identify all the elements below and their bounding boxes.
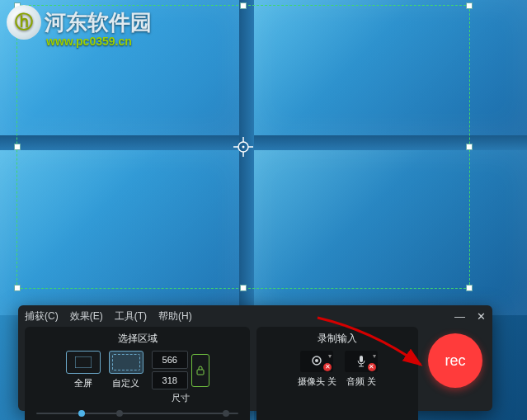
desktop-background: ⓗ 河东软件园 www.pc0359.cn 捕获(C) 效果(E) 工具(T) … — [0, 0, 527, 420]
resize-handle-s[interactable] — [240, 285, 247, 291]
size-slider[interactable] — [31, 408, 243, 419]
custom-region-icon — [112, 354, 140, 370]
disabled-badge-icon: ✕ — [368, 363, 376, 371]
height-input[interactable] — [152, 371, 188, 389]
resize-handle-se[interactable] — [466, 285, 473, 291]
svg-point-5 — [242, 146, 245, 149]
capture-selection-rectangle[interactable] — [16, 5, 470, 289]
microphone-icon — [355, 355, 367, 368]
disabled-badge-icon: ✕ — [323, 363, 332, 371]
site-logo-icon: ⓗ — [7, 5, 41, 40]
svg-point-0 — [238, 142, 248, 152]
resize-handle-sw[interactable] — [14, 285, 21, 291]
svg-rect-7 — [197, 370, 204, 375]
watermark-logo: ⓗ 河东软件园 — [7, 5, 152, 40]
width-input[interactable] — [152, 351, 188, 369]
svg-point-9 — [315, 359, 318, 362]
minimize-button[interactable]: — — [454, 310, 465, 323]
record-label: rec — [445, 352, 466, 370]
fullscreen-label: 全屏 — [74, 377, 92, 389]
chevron-down-icon[interactable]: ▾ — [373, 352, 376, 360]
audio-toggle[interactable]: ▾ ✕ 音频 关 — [345, 351, 378, 388]
input-group: 录制输入 ▾ ✕ 摄像头 关 ▾ ✕ — [256, 327, 418, 420]
size-label: 尺寸 — [172, 392, 190, 404]
lock-aspect-button[interactable] — [191, 354, 209, 387]
audio-label: 音频 关 — [346, 375, 376, 388]
resize-handle-n[interactable] — [240, 2, 247, 9]
menubar: 捕获(C) 效果(E) 工具(T) 帮助(H) — ✕ — [18, 305, 492, 327]
custom-label: 自定义 — [112, 377, 139, 389]
input-group-title: 录制输入 — [318, 332, 357, 346]
close-button[interactable]: ✕ — [477, 310, 486, 323]
custom-option[interactable]: 自定义 — [109, 351, 144, 389]
region-group: 选择区域 全屏 自定义 — [25, 327, 250, 420]
resize-handle-w[interactable] — [14, 144, 21, 150]
chevron-down-icon[interactable]: ▾ — [328, 352, 332, 360]
camera-toggle[interactable]: ▾ ✕ 摄像头 关 — [298, 351, 336, 388]
menu-tools[interactable]: 工具(T) — [115, 309, 147, 323]
camera-label: 摄像头 关 — [298, 375, 336, 388]
menu-effects[interactable]: 效果(E) — [70, 309, 103, 323]
resize-handle-ne[interactable] — [466, 2, 473, 9]
menu-capture[interactable]: 捕获(C) — [25, 309, 59, 323]
size-controls: 尺寸 — [152, 351, 209, 404]
fullscreen-option[interactable]: 全屏 — [66, 351, 101, 389]
region-group-title: 选择区域 — [118, 332, 158, 346]
recorder-panel: 捕获(C) 效果(E) 工具(T) 帮助(H) — ✕ 选择区域 全屏 — [18, 305, 492, 411]
fullscreen-icon — [75, 356, 92, 368]
menu-help[interactable]: 帮助(H) — [158, 309, 192, 323]
crosshair-icon[interactable] — [233, 137, 253, 157]
lock-icon — [196, 366, 205, 375]
record-button[interactable]: rec — [428, 333, 482, 388]
svg-rect-6 — [75, 356, 92, 368]
svg-rect-10 — [360, 356, 363, 362]
resize-handle-e[interactable] — [466, 144, 473, 150]
site-name: 河东软件园 — [45, 8, 152, 37]
webcam-icon — [309, 356, 324, 367]
